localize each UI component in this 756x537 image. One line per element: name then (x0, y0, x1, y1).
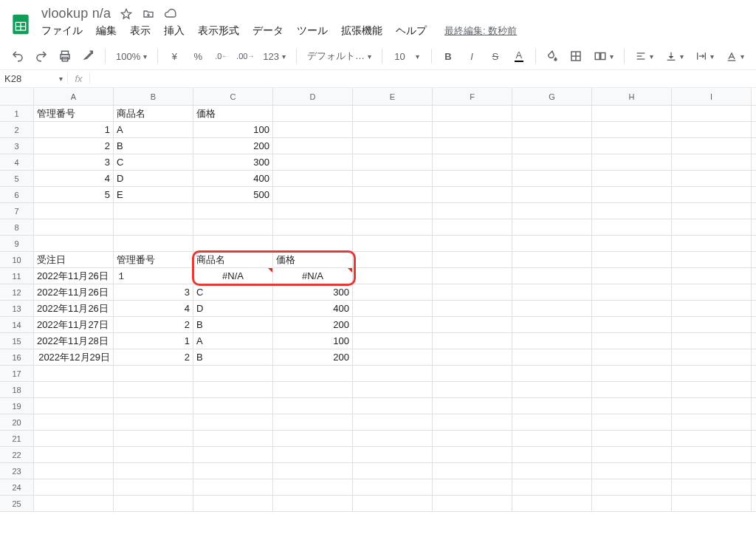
zoom-dropdown[interactable]: 100%▾ (111, 46, 151, 66)
menu-data[interactable]: データ (252, 24, 284, 38)
cell-C16[interactable]: B (193, 349, 273, 365)
row-header-2[interactable]: 2 (0, 122, 34, 137)
cell-G20[interactable] (512, 414, 592, 430)
cell-G1[interactable] (512, 106, 592, 121)
cell-I13[interactable] (672, 301, 752, 316)
cell-D15[interactable]: 100 (273, 333, 353, 349)
menu-format[interactable]: 表示形式 (198, 24, 239, 38)
cell-F16[interactable] (433, 349, 512, 365)
cell-C18[interactable] (193, 382, 273, 397)
cell-G23[interactable] (512, 463, 592, 479)
cell-G16[interactable] (512, 349, 592, 365)
cell-A14[interactable]: 2022年11月27日 (34, 317, 114, 332)
cell-H4[interactable] (592, 154, 672, 170)
cell-E9[interactable] (353, 236, 433, 251)
cell-I23[interactable] (672, 463, 752, 479)
col-header-B[interactable]: B (114, 88, 193, 105)
cell-F3[interactable] (433, 138, 512, 154)
cell-I7[interactable] (672, 203, 752, 219)
bold-button[interactable]: B (438, 46, 458, 66)
cell-H13[interactable] (592, 301, 672, 316)
cell-B6[interactable]: E (114, 187, 193, 202)
row-header-25[interactable]: 25 (0, 496, 34, 511)
cell-A9[interactable] (34, 236, 114, 251)
cell-I16[interactable] (672, 349, 752, 365)
menu-help[interactable]: ヘルプ (396, 24, 427, 38)
cell-H18[interactable] (592, 382, 672, 397)
cell-G24[interactable] (512, 479, 592, 495)
cell-E21[interactable] (353, 431, 433, 446)
cell-A19[interactable] (34, 398, 114, 414)
cell-H25[interactable] (592, 496, 672, 511)
vertical-align-button[interactable]: ▾ (661, 46, 688, 66)
cell-E4[interactable] (353, 154, 433, 170)
cell-B2[interactable]: A (114, 122, 193, 137)
cell-I20[interactable] (672, 414, 752, 430)
currency-button[interactable]: ¥ (164, 46, 185, 66)
cell-H12[interactable] (592, 284, 672, 300)
horizontal-align-button[interactable]: ▾ (630, 46, 658, 66)
cell-B3[interactable]: B (114, 138, 193, 154)
cell-E6[interactable] (353, 187, 433, 202)
cell-I25[interactable] (672, 496, 752, 511)
cell-C2[interactable]: 100 (193, 122, 273, 137)
cell-D2[interactable] (273, 122, 353, 137)
cell-C4[interactable]: 300 (193, 154, 273, 170)
italic-button[interactable]: I (461, 46, 482, 66)
cell-F6[interactable] (433, 187, 512, 202)
cell-B16[interactable]: 2 (114, 349, 193, 365)
cell-D13[interactable]: 400 (273, 301, 353, 316)
cell-D21[interactable] (273, 431, 353, 446)
sheets-logo-icon[interactable] (6, 10, 35, 39)
row-header-10[interactable]: 10 (0, 252, 34, 267)
cell-F20[interactable] (433, 414, 512, 430)
cell-G10[interactable] (512, 252, 592, 267)
cell-E15[interactable] (353, 333, 433, 349)
cell-E5[interactable] (353, 171, 433, 186)
cell-F21[interactable] (433, 431, 512, 446)
cell-B8[interactable] (114, 219, 193, 235)
cell-C1[interactable]: 価格 (193, 106, 273, 121)
cell-H24[interactable] (592, 479, 672, 495)
cell-F4[interactable] (433, 154, 512, 170)
cell-A8[interactable] (34, 219, 114, 235)
cell-D10[interactable]: 価格 (273, 252, 353, 267)
cell-B11[interactable]: １ (114, 268, 193, 284)
cell-C10[interactable]: 商品名 (193, 252, 273, 267)
paint-format-icon[interactable] (78, 46, 99, 66)
cell-B19[interactable] (114, 398, 193, 414)
row-header-16[interactable]: 16 (0, 349, 34, 365)
cell-B1[interactable]: 商品名 (114, 106, 193, 121)
row-header-3[interactable]: 3 (0, 138, 34, 154)
cell-I3[interactable] (672, 138, 752, 154)
cell-I6[interactable] (672, 187, 752, 202)
row-header-17[interactable]: 17 (0, 366, 34, 381)
cell-G13[interactable] (512, 301, 592, 316)
cell-I4[interactable] (672, 154, 752, 170)
cell-H8[interactable] (592, 219, 672, 235)
cell-E24[interactable] (353, 479, 433, 495)
cell-A1[interactable]: 管理番号 (34, 106, 114, 121)
cell-G17[interactable] (512, 366, 592, 381)
cell-F1[interactable] (433, 106, 512, 121)
cell-G2[interactable] (512, 122, 592, 137)
last-edit-label[interactable]: 最終編集: 数秒前 (444, 24, 517, 38)
cell-D7[interactable] (273, 203, 353, 219)
cell-H2[interactable] (592, 122, 672, 137)
cell-H1[interactable] (592, 106, 672, 121)
row-header-9[interactable]: 9 (0, 236, 34, 251)
row-header-15[interactable]: 15 (0, 333, 34, 349)
cell-H3[interactable] (592, 138, 672, 154)
cell-D5[interactable] (273, 171, 353, 186)
cell-G25[interactable] (512, 496, 592, 511)
cell-B20[interactable] (114, 414, 193, 430)
cell-B21[interactable] (114, 431, 193, 446)
cell-A17[interactable] (34, 366, 114, 381)
cell-G9[interactable] (512, 236, 592, 251)
cell-E19[interactable] (353, 398, 433, 414)
cell-D19[interactable] (273, 398, 353, 414)
menu-tools[interactable]: ツール (297, 24, 328, 38)
menu-insert[interactable]: 挿入 (164, 24, 185, 38)
row-header-23[interactable]: 23 (0, 463, 34, 479)
cell-E16[interactable] (353, 349, 433, 365)
